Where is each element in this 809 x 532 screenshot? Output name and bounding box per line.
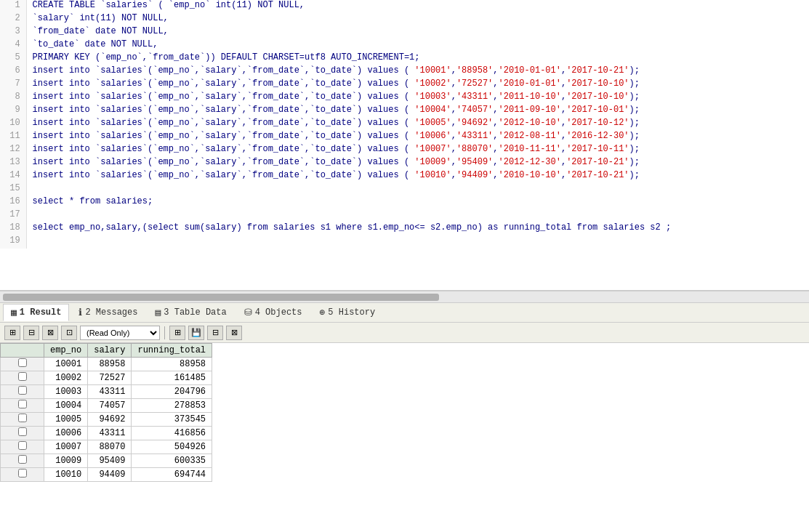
tab-label-messages: 2 Messages <box>85 307 137 318</box>
code-content: insert into `salaries`(`emp_no`,`salary`… <box>26 144 809 157</box>
code-line-row: 14insert into `salaries`(`emp_no`,`salar… <box>0 170 809 183</box>
tab-icon-result: ▦ <box>11 307 17 318</box>
line-number: 9 <box>0 105 26 118</box>
cell-emp_no: 10005 <box>44 413 88 427</box>
tab-messages[interactable]: ℹ2 Messages <box>71 304 145 321</box>
line-number: 19 <box>0 235 26 249</box>
code-table: 1CREATE TABLE `salaries` ( `emp_no` int(… <box>0 0 809 249</box>
row-checkbox[interactable] <box>1 358 44 371</box>
tab-icon-objects: ⛁ <box>244 307 252 318</box>
toolbar-btn-1[interactable]: ⊞ <box>4 326 20 340</box>
code-line-row: 11insert into `salaries`(`emp_no`,`salar… <box>0 131 809 144</box>
read-only-select[interactable]: (Read Only) Editable <box>80 326 160 340</box>
table-row[interactable]: 1001094409694744 <box>1 468 212 482</box>
code-line-row: 2`salary` int(11) NOT NULL, <box>0 13 809 26</box>
results-col-running_total: running_total <box>132 344 212 358</box>
line-number: 15 <box>0 183 26 196</box>
row-checkbox[interactable] <box>1 413 44 427</box>
scroll-thumb[interactable] <box>3 294 439 301</box>
row-checkbox[interactable] <box>1 371 44 385</box>
table-row[interactable]: 1000995409600335 <box>1 454 212 468</box>
cell-emp_no: 10002 <box>44 371 88 385</box>
row-checkbox[interactable] <box>1 385 44 399</box>
line-number: 16 <box>0 196 26 209</box>
code-editor[interactable]: 1CREATE TABLE `salaries` ( `emp_no` int(… <box>0 0 809 291</box>
code-line-row: 12insert into `salaries`(`emp_no`,`salar… <box>0 144 809 157</box>
code-content <box>26 235 809 249</box>
tab-tabledata[interactable]: ▤3 Table Data <box>147 304 234 321</box>
results-col-emp_no: emp_no <box>44 344 88 358</box>
cell-running_total: 600335 <box>132 454 212 468</box>
toolbar-btn-5[interactable]: ⊞ <box>169 326 185 340</box>
line-number: 2 <box>0 13 26 26</box>
code-content: `from_date` date NOT NULL, <box>26 26 809 39</box>
table-row[interactable]: 1000343311204796 <box>1 385 212 399</box>
row-checkbox[interactable] <box>1 427 44 440</box>
results-area[interactable]: emp_nosalaryrunning_total 10001889588895… <box>0 343 809 532</box>
line-number: 5 <box>0 52 26 65</box>
toolbar-btn-8[interactable]: ⊠ <box>226 326 242 340</box>
toolbar-btn-6[interactable]: 💾 <box>188 326 204 340</box>
line-number: 12 <box>0 144 26 157</box>
code-content: insert into `salaries`(`emp_no`,`salary`… <box>26 118 809 131</box>
horizontal-scrollbar[interactable] <box>0 291 809 302</box>
line-number: 13 <box>0 157 26 170</box>
tab-objects[interactable]: ⛁4 Objects <box>236 304 310 321</box>
cell-salary: 74057 <box>88 399 132 413</box>
cell-running_total: 504926 <box>132 440 212 454</box>
code-line-row: 19 <box>0 235 809 249</box>
cell-running_total: 416856 <box>132 427 212 440</box>
code-content: `salary` int(11) NOT NULL, <box>26 13 809 26</box>
code-content: insert into `salaries`(`emp_no`,`salary`… <box>26 170 809 183</box>
cell-emp_no: 10010 <box>44 468 88 482</box>
tab-label-tabledata: 3 Table Data <box>164 307 226 318</box>
code-content: select * from salaries; <box>26 196 809 209</box>
table-row[interactable]: 1000594692373545 <box>1 413 212 427</box>
cell-emp_no: 10009 <box>44 454 88 468</box>
code-line-row: 4`to_date` date NOT NULL, <box>0 39 809 52</box>
toolbar-btn-4[interactable]: ⊡ <box>61 326 77 340</box>
tabs-bar: ▦1 Resultℹ2 Messages▤3 Table Data⛁4 Obje… <box>0 302 809 323</box>
cell-emp_no: 10007 <box>44 440 88 454</box>
tab-label-history: 5 History <box>328 307 375 318</box>
cell-salary: 88958 <box>88 358 132 371</box>
line-number: 14 <box>0 170 26 183</box>
code-line-row: 16select * from salaries; <box>0 196 809 209</box>
code-line-row: 7insert into `salaries`(`emp_no`,`salary… <box>0 78 809 92</box>
table-row[interactable]: 1000272527161485 <box>1 371 212 385</box>
line-number: 3 <box>0 26 26 39</box>
toolbar-btn-3[interactable]: ⊠ <box>42 326 58 340</box>
cell-emp_no: 10001 <box>44 358 88 371</box>
table-row[interactable]: 100018895888958 <box>1 358 212 371</box>
code-content: select emp_no,salary,(select sum(salary)… <box>26 222 809 235</box>
table-row[interactable]: 1000474057278853 <box>1 399 212 413</box>
line-number: 6 <box>0 65 26 78</box>
row-checkbox[interactable] <box>1 440 44 454</box>
cell-running_total: 161485 <box>132 371 212 385</box>
cell-emp_no: 10004 <box>44 399 88 413</box>
code-content: insert into `salaries`(`emp_no`,`salary`… <box>26 78 809 92</box>
cell-salary: 43311 <box>88 427 132 440</box>
code-line-row: 5PRIMARY KEY (`emp_no`,`from_date`)) DEF… <box>0 52 809 65</box>
code-content: insert into `salaries`(`emp_no`,`salary`… <box>26 131 809 144</box>
cell-salary: 94409 <box>88 468 132 482</box>
code-content: insert into `salaries`(`emp_no`,`salary`… <box>26 157 809 170</box>
cell-salary: 88070 <box>88 440 132 454</box>
code-line-row: 9insert into `salaries`(`emp_no`,`salary… <box>0 105 809 118</box>
results-col-salary: salary <box>88 344 132 358</box>
row-checkbox[interactable] <box>1 454 44 468</box>
cell-salary: 43311 <box>88 385 132 399</box>
table-row[interactable]: 1000643311416856 <box>1 427 212 440</box>
table-row[interactable]: 1000788070504926 <box>1 440 212 454</box>
toolbar-btn-7[interactable]: ⊟ <box>207 326 223 340</box>
results-table: emp_nosalaryrunning_total 10001889588895… <box>0 343 212 482</box>
tab-result[interactable]: ▦1 Result <box>3 304 69 321</box>
code-line-row: 6insert into `salaries`(`emp_no`,`salary… <box>0 65 809 78</box>
row-checkbox[interactable] <box>1 399 44 413</box>
line-number: 4 <box>0 39 26 52</box>
row-checkbox[interactable] <box>1 468 44 482</box>
toolbar-btn-2[interactable]: ⊟ <box>23 326 39 340</box>
cell-running_total: 278853 <box>132 399 212 413</box>
code-content <box>26 183 809 196</box>
tab-history[interactable]: ⊕5 History <box>312 304 384 321</box>
